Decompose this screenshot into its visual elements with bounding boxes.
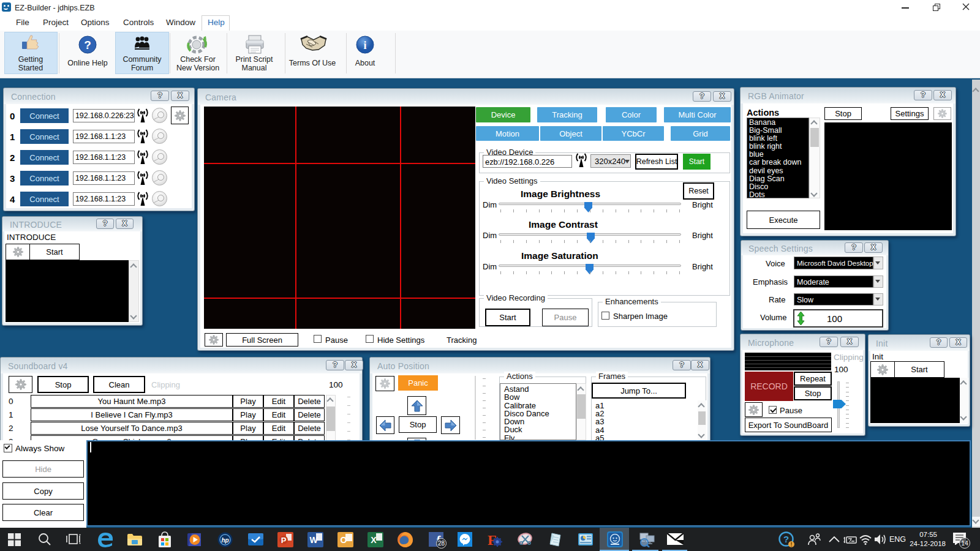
svg-text:X: X (371, 535, 377, 545)
svg-text:W: W (309, 535, 318, 545)
svg-text:?: ? (783, 534, 789, 544)
svg-text:?: ? (84, 39, 91, 51)
svg-text:P: P (281, 536, 287, 545)
svg-text:hp: hp (221, 537, 228, 544)
svg-text:i: i (363, 39, 366, 51)
svg-text:O: O (341, 535, 347, 545)
